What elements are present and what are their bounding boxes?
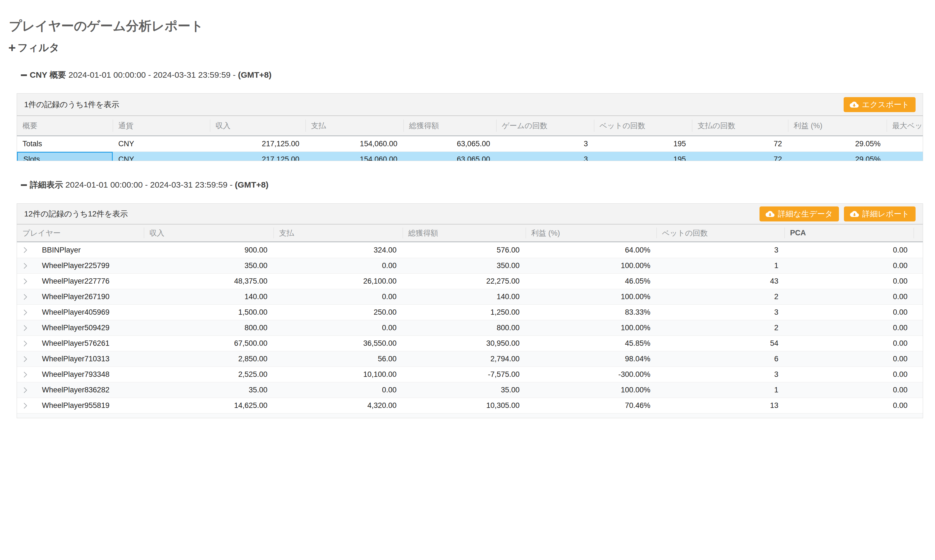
detail-cell-income: 67,500.00 bbox=[144, 336, 273, 351]
detail-cell-pca: 0.00 bbox=[784, 367, 913, 382]
summary-col-header-9[interactable]: 利益 (%) bbox=[788, 116, 887, 135]
summary-cell: 217,125.00 bbox=[210, 152, 305, 161]
export-button[interactable]: エクスポート bbox=[844, 97, 916, 112]
detail-section-header[interactable]: 詳細表示 2024-01-01 00:00:00 - 2024-03-31 23… bbox=[21, 180, 268, 190]
player-cell: WheelPlayer710313 bbox=[17, 351, 144, 366]
expand-chevron-icon[interactable] bbox=[23, 277, 28, 286]
expand-chevron-icon[interactable] bbox=[23, 339, 28, 348]
detail-cell-total_win: 22,275.00 bbox=[403, 274, 526, 289]
export-button-label: エクスポート bbox=[862, 99, 909, 110]
detail-cell-total_win: 35.00 bbox=[403, 382, 526, 398]
detail-cell-total_win: 140.00 bbox=[403, 289, 526, 305]
summary-col-header-4[interactable]: 支払 bbox=[305, 116, 403, 135]
detail-cell-pca: 0.00 bbox=[784, 336, 913, 351]
detail-row[interactable]: WheelPlayer267190140.000.00140.00100.00%… bbox=[17, 289, 923, 305]
detailed-raw-data-button[interactable]: 詳細な生データ bbox=[759, 206, 839, 222]
detail-cell-payout: 0.00 bbox=[273, 289, 403, 305]
summary-col-header-6[interactable]: ゲームの回数 bbox=[496, 116, 594, 135]
detail-row[interactable]: WheelPlayer57626167,500.0036,550.0030,95… bbox=[17, 335, 923, 351]
player-cell: WheelPlayer267190 bbox=[17, 289, 144, 305]
collapse-minus-icon bbox=[21, 74, 27, 76]
detail-cell-bets: 6 bbox=[656, 351, 784, 366]
summary-cell: 29.05% bbox=[788, 136, 887, 152]
expand-chevron-icon[interactable] bbox=[23, 386, 28, 394]
detail-col-header-6[interactable]: ベットの回数 bbox=[656, 225, 784, 242]
detail-row[interactable]: WheelPlayer7933482,525.0010,100.00-7,575… bbox=[17, 366, 923, 382]
expand-chevron-icon[interactable] bbox=[23, 371, 28, 379]
detail-cell-clipped bbox=[913, 274, 923, 289]
detail-cell-clipped bbox=[913, 305, 923, 320]
detail-row[interactable]: WheelPlayer22777648,375.0026,100.0022,27… bbox=[17, 273, 923, 289]
detail-cell-profit: 70.46% bbox=[526, 398, 656, 413]
detail-row[interactable]: WheelPlayer509429800.000.00800.00100.00%… bbox=[17, 320, 923, 335]
detailed-report-button[interactable]: 詳細レポート bbox=[844, 206, 916, 222]
player-game-analysis-page: { "page": { "title": "プレイヤーのゲーム分析レポート" }… bbox=[0, 0, 935, 560]
detail-cell-payout: 324.00 bbox=[273, 242, 403, 258]
detail-record-count: 12件の記録のうち12件を表示 bbox=[24, 209, 128, 219]
player-cell: WheelPlayer405969 bbox=[17, 305, 144, 320]
detail-col-header-2[interactable]: 収入 bbox=[144, 225, 273, 242]
filter-toggle[interactable]: + フィルタ bbox=[8, 42, 59, 54]
expand-chevron-icon[interactable] bbox=[23, 402, 28, 410]
detail-cell-income: 1,500.00 bbox=[144, 305, 273, 320]
detail-row[interactable]: WheelPlayer225799350.000.00350.00100.00%… bbox=[17, 258, 923, 273]
detail-cell-clipped bbox=[913, 242, 923, 258]
detail-row[interactable]: WheelPlayer83628235.000.0035.00100.00%10… bbox=[17, 382, 923, 398]
summary-row[interactable]: TotalsCNY217,125.00154,060.0063,065.0031… bbox=[17, 136, 923, 152]
summary-col-header-3[interactable]: 収入 bbox=[210, 116, 305, 135]
summary-col-header-10[interactable]: 最大ベット bbox=[887, 116, 923, 135]
detail-cell-total_win: 576.00 bbox=[403, 242, 526, 258]
summary-cell: 63,065.00 bbox=[403, 136, 496, 152]
detail-cell-profit: 100.00% bbox=[526, 382, 656, 398]
detail-cell-bets: 3 bbox=[656, 367, 784, 382]
detail-cell-bets: 1 bbox=[656, 382, 784, 398]
summary-section-header[interactable]: CNY 概要 2024-01-01 00:00:00 - 2024-03-31 … bbox=[21, 70, 272, 80]
detail-row[interactable]: WheelPlayer7103132,850.0056.002,794.0098… bbox=[17, 351, 923, 366]
summary-cell: Totals bbox=[17, 136, 113, 152]
expand-chevron-icon[interactable] bbox=[23, 355, 28, 363]
detail-cell-pca: 0.00 bbox=[784, 258, 913, 273]
detail-row[interactable]: BBINPlayer900.00324.00576.0064.00%30.00 bbox=[17, 242, 923, 258]
detail-col-header-7[interactable]: PCA bbox=[784, 225, 913, 242]
detail-cell-profit: 64.00% bbox=[526, 242, 656, 258]
expand-chevron-icon[interactable] bbox=[23, 293, 28, 301]
summary-col-header-8[interactable]: 支払の回数 bbox=[692, 116, 788, 135]
detail-cell-bets: 2 bbox=[656, 320, 784, 335]
player-name: WheelPlayer225799 bbox=[42, 262, 110, 270]
detail-panel: 12件の記録のうち12件を表示 詳細な生データ 詳細レポート プレイヤー収入支払… bbox=[17, 203, 923, 418]
expand-chevron-icon[interactable] bbox=[23, 308, 28, 317]
detail-col-header-4[interactable]: 総獲得額 bbox=[403, 225, 526, 242]
summary-col-header-1[interactable]: 概要 bbox=[17, 116, 113, 135]
summary-col-header-2[interactable]: 通貨 bbox=[113, 116, 210, 135]
summary-col-header-7[interactable]: ベットの回数 bbox=[594, 116, 692, 135]
detail-cell-clipped bbox=[913, 320, 923, 335]
detail-col-header-5[interactable]: 利益 (%) bbox=[526, 225, 656, 242]
expand-chevron-icon[interactable] bbox=[23, 324, 28, 332]
detail-col-header-1[interactable]: プレイヤー bbox=[17, 225, 144, 242]
detail-cell-payout: 0.00 bbox=[273, 382, 403, 398]
summary-row-selected[interactable]: SlotsCNY217,125.00154,060.0063,065.00319… bbox=[17, 152, 923, 161]
player-name: WheelPlayer793348 bbox=[42, 370, 110, 379]
detail-row[interactable]: WheelPlayer4059691,500.00250.001,250.008… bbox=[17, 305, 923, 320]
summary-date-range: 2024-01-01 00:00:00 - 2024-03-31 23:59:5… bbox=[68, 70, 236, 79]
cloud-download-icon bbox=[850, 209, 859, 218]
player-name: BBINPlayer bbox=[42, 246, 81, 254]
player-cell: WheelPlayer955819 bbox=[17, 398, 144, 413]
detail-cell-clipped bbox=[913, 258, 923, 273]
detail-cell-payout: 250.00 bbox=[273, 305, 403, 320]
player-name: WheelPlayer955819 bbox=[42, 401, 110, 410]
detail-cell-pca: 0.00 bbox=[784, 274, 913, 289]
collapse-minus-icon bbox=[21, 184, 27, 186]
expand-chevron-icon[interactable] bbox=[23, 246, 28, 254]
expand-chevron-icon[interactable] bbox=[23, 262, 28, 270]
detail-col-header-3[interactable]: 支払 bbox=[273, 225, 403, 242]
summary-cell bbox=[887, 152, 923, 161]
detail-cell-pca: 0.00 bbox=[784, 289, 913, 305]
summary-col-header-5[interactable]: 総獲得額 bbox=[403, 116, 496, 135]
player-cell: WheelPlayer576261 bbox=[17, 336, 144, 351]
detail-cell-total_win: 2,794.00 bbox=[403, 351, 526, 366]
detail-row[interactable]: WheelPlayer95581914,625.004,320.0010,305… bbox=[17, 398, 923, 413]
detail-cell-total_win: 10,305.00 bbox=[403, 398, 526, 413]
detail-cell-clipped bbox=[913, 336, 923, 351]
detail-cell-income: 14,625.00 bbox=[144, 398, 273, 413]
